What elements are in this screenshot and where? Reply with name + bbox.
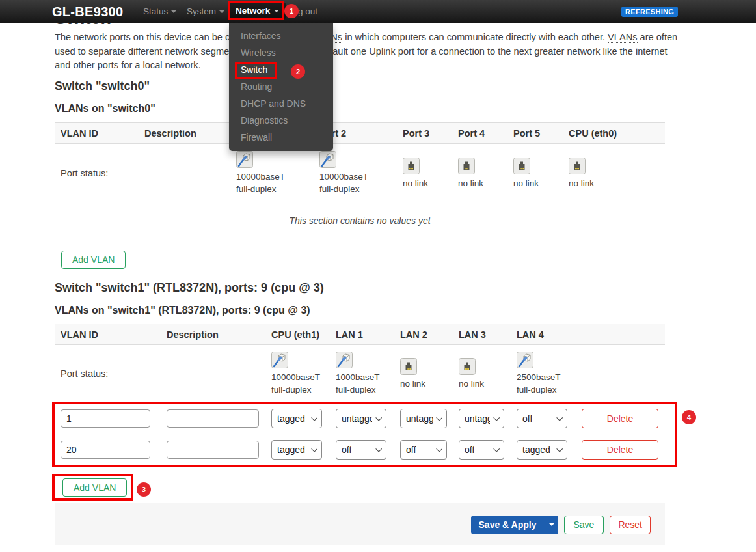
ethernet-nolink-icon	[403, 158, 420, 174]
brand-logo[interactable]: GL-BE9300	[52, 0, 123, 23]
column-header: Description	[139, 128, 230, 139]
port-status-cell: no link	[563, 144, 665, 202]
vlan-row: tagged untagge untagg untagg off Delete	[55, 402, 665, 434]
cpu-eth1-select[interactable]: tagged	[271, 440, 322, 460]
vlan-id-input[interactable]	[61, 409, 150, 428]
port-status-cell: no link	[507, 144, 563, 202]
switch0-port-status-row: Port status: 10000baseT full-duplex 1000…	[55, 144, 665, 202]
port-status-cell: no link	[397, 144, 452, 202]
port-status-cell: 1000baseT full-duplex	[330, 345, 394, 402]
chevron-down-icon	[556, 446, 563, 452]
ethernet-connected-icon	[319, 151, 336, 168]
main-content: Switch The network ports on this device …	[55, 0, 665, 552]
vlan-description-input[interactable]	[167, 441, 259, 459]
column-header: VLAN ID	[55, 329, 161, 340]
save-apply-button[interactable]: Save & Apply	[471, 516, 545, 534]
column-header: LAN 3	[453, 329, 511, 340]
port-status-label: Port status:	[55, 345, 161, 402]
chevron-down-icon	[436, 446, 442, 452]
nav-item-system[interactable]: System	[187, 0, 224, 23]
caret-down-icon	[549, 523, 554, 526]
switch1-heading: Switch "switch1" (RTL8372N), ports: 9 (c…	[55, 281, 324, 295]
ethernet-nolink-icon	[458, 158, 475, 174]
port-status-cell: 10000baseT full-duplex	[265, 345, 330, 402]
column-header: Port 4	[452, 128, 507, 139]
lan2-select[interactable]: untagg	[400, 409, 447, 428]
chevron-down-icon	[375, 446, 382, 452]
ethernet-connected-icon	[336, 352, 353, 368]
lan1-select[interactable]: off	[336, 440, 386, 460]
ethernet-connected-icon	[271, 352, 288, 368]
menu-item-diagnostics[interactable]: Diagnostics	[229, 112, 333, 129]
switch1-table-header: VLAN ID Description CPU (eth1) LAN 1 LAN…	[55, 324, 665, 345]
delete-vlan-button[interactable]: Delete	[582, 440, 658, 460]
footer-bar: Save & Apply Save Reset	[55, 503, 665, 545]
vlan-abbr: VLANs	[608, 32, 637, 43]
lan3-select[interactable]: off	[459, 440, 504, 460]
cpu-eth1-select[interactable]: tagged	[271, 409, 322, 428]
chevron-down-icon	[436, 415, 442, 421]
port-status-cell: no link	[453, 345, 511, 402]
switch1-table: VLAN ID Description CPU (eth1) LAN 1 LAN…	[55, 324, 665, 465]
chevron-down-icon	[311, 415, 317, 421]
nav-item-network[interactable]: Network	[229, 3, 286, 19]
vlan-row: tagged off off off tagged Delete	[55, 434, 665, 465]
lan1-select[interactable]: untagge	[336, 409, 386, 428]
vlan-description-input[interactable]	[167, 409, 259, 428]
caret-down-icon	[274, 10, 279, 12]
column-header: Port 5	[507, 128, 563, 139]
caret-down-icon	[171, 10, 176, 13]
delete-vlan-button[interactable]: Delete	[582, 409, 658, 428]
add-vlan-button-switch0[interactable]: Add VLAN	[61, 251, 126, 269]
port-status-cell: no link	[394, 345, 453, 402]
lan2-select[interactable]: off	[400, 440, 447, 460]
port-status-cell: 2500baseT full-duplex	[511, 345, 576, 402]
column-header: CPU (eth0)	[563, 128, 665, 139]
empty-section-note: This section contains no values yet	[55, 215, 665, 226]
refreshing-badge: REFRESHING	[621, 7, 678, 17]
save-button[interactable]: Save	[564, 516, 604, 534]
ethernet-connected-icon	[517, 352, 533, 368]
nav-item-logout[interactable]: Log out	[288, 0, 317, 23]
vlan-id-input[interactable]	[61, 441, 150, 459]
network-dropdown-menu: Interfaces Wireless Switch Routing DHCP …	[229, 23, 333, 151]
switch1-vlans-heading: VLANs on "switch1" (RTL8372N), ports: 9 …	[55, 305, 310, 316]
reset-button[interactable]: Reset	[610, 516, 651, 534]
lan3-select[interactable]: untagg	[459, 409, 504, 428]
port-status-cell: no link	[452, 144, 507, 202]
column-header: CPU (eth1)	[265, 329, 330, 340]
ethernet-nolink-icon	[459, 358, 476, 375]
lan4-select[interactable]: tagged	[517, 440, 567, 460]
switch1-port-status-row: Port status: 10000baseT full-duplex 1000…	[55, 345, 665, 402]
column-header: VLAN ID	[55, 128, 139, 139]
menu-item-switch[interactable]: Switch	[229, 61, 333, 78]
menu-item-dhcp-dns[interactable]: DHCP and DNS	[229, 95, 333, 112]
chevron-down-icon	[493, 415, 500, 421]
ethernet-nolink-icon	[400, 358, 417, 375]
save-apply-split-button: Save & Apply	[471, 516, 558, 534]
menu-item-routing[interactable]: Routing	[229, 78, 333, 95]
column-header: LAN 4	[511, 329, 576, 340]
lan4-select[interactable]: off	[517, 409, 567, 428]
annotation-step-4: 4	[682, 410, 696, 424]
save-apply-dropdown-button[interactable]	[545, 516, 558, 534]
port-status-label: Port status:	[55, 144, 139, 202]
chevron-down-icon	[556, 415, 563, 421]
caret-down-icon	[219, 10, 224, 13]
page-description: The network ports on this device can be …	[55, 31, 681, 73]
menu-item-firewall[interactable]: Firewall	[229, 129, 333, 146]
menu-item-wireless[interactable]: Wireless	[229, 44, 333, 61]
column-header: Description	[161, 329, 265, 340]
chevron-down-icon	[375, 415, 382, 421]
ethernet-connected-icon	[236, 151, 253, 168]
port-status-cell: 10000baseT full-duplex	[230, 144, 314, 202]
ethernet-nolink-icon	[569, 158, 586, 174]
switch0-vlans-heading: VLANs on "switch0"	[55, 103, 155, 115]
column-header: Port 3	[397, 128, 452, 139]
switch0-table-header: VLAN ID Description Port 1 Port 2 Port 3…	[55, 122, 665, 144]
chevron-down-icon	[311, 446, 317, 452]
switch0-table: VLAN ID Description Port 1 Port 2 Port 3…	[55, 122, 665, 202]
nav-item-status[interactable]: Status	[143, 0, 176, 23]
menu-item-interfaces[interactable]: Interfaces	[229, 27, 333, 44]
add-vlan-button-switch1[interactable]: Add VLAN	[62, 478, 127, 497]
